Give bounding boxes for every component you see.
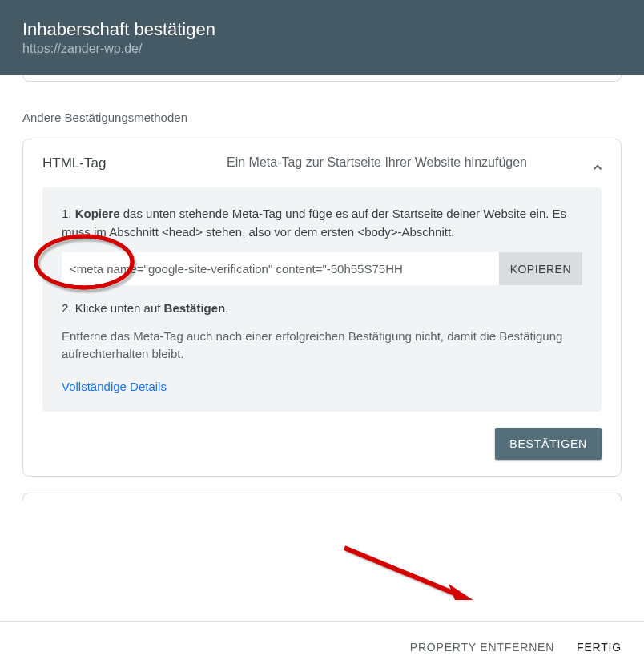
annotation-arrow (336, 540, 497, 600)
method-header[interactable]: HTML-Tag Ein Meta-Tag zur Startseite Ihr… (23, 139, 621, 187)
meta-tag-row: <meta name="google-site-verification" co… (62, 252, 582, 285)
done-button[interactable]: FERTIG (577, 641, 622, 654)
previous-card-edge (22, 75, 622, 82)
full-details-link[interactable]: Vollständige Details (62, 380, 167, 393)
dialog-title: Inhaberschaft bestätigen (22, 19, 622, 40)
verify-button[interactable]: BESTÄTIGEN (495, 428, 602, 460)
chevron-up-icon (590, 160, 605, 178)
meta-tag-value[interactable]: <meta name="google-site-verification" co… (62, 252, 499, 285)
html-tag-method-card: HTML-Tag Ein Meta-Tag zur Startseite Ihr… (22, 139, 622, 477)
step-2-text: 2. Klicke unten auf Bestätigen. (62, 300, 582, 318)
svg-line-3 (344, 548, 461, 596)
dialog-footer: PROPERTY ENTFERNEN FERTIG (0, 621, 644, 672)
persistence-note: Entferne das Meta-Tag auch nach einer er… (62, 328, 582, 364)
svg-marker-4 (449, 584, 477, 600)
copy-button[interactable]: KOPIEREN (499, 252, 582, 285)
remove-property-button[interactable]: PROPERTY ENTFERNEN (410, 641, 554, 654)
dialog-header: Inhaberschaft bestätigen https://zander-… (0, 0, 644, 75)
instructions-panel: 1. Kopiere das unten stehende Meta-Tag u… (42, 187, 602, 412)
verify-row: BESTÄTIGEN (23, 428, 621, 476)
method-description: Ein Meta-Tag zur Startseite Ihrer Websit… (227, 155, 602, 170)
next-card-edge (22, 493, 622, 501)
content-scroll-area[interactable]: Andere Bestätigungsmethoden HTML-Tag Ein… (0, 75, 644, 600)
method-name: HTML-Tag (42, 155, 227, 171)
property-url: https://zander-wp.de/ (22, 42, 622, 56)
step-1-text: 1. Kopiere das unten stehende Meta-Tag u… (62, 205, 582, 241)
other-methods-label: Andere Bestätigungsmethoden (22, 111, 622, 124)
